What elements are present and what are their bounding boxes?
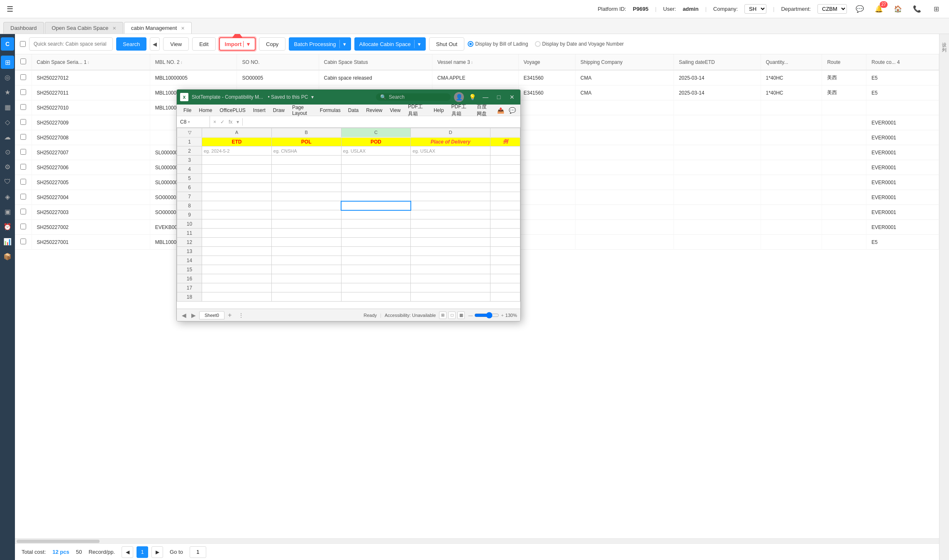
dept-select[interactable]: CZBM [817, 4, 847, 14]
excel-minimize-btn[interactable]: — [481, 92, 490, 102]
excel-cell-C8[interactable] [341, 201, 411, 210]
phone-icon[interactable]: 📞 [911, 3, 923, 15]
row-checkbox-0[interactable] [20, 74, 26, 80]
excel-cell-D17[interactable] [411, 283, 490, 292]
excel-cell-C16[interactable] [341, 274, 411, 283]
display-bill-radio[interactable] [468, 41, 473, 47]
sheet-prev-nav[interactable]: ◀ [180, 312, 188, 319]
excel-menu-officeplus[interactable]: OfficePLUS [216, 106, 249, 114]
excel-cell-C13[interactable] [341, 247, 411, 256]
excel-cell-B12[interactable] [271, 238, 341, 247]
row-checkbox-5[interactable] [20, 149, 26, 155]
excel-view-break[interactable]: ▦ [457, 312, 465, 319]
excel-cell-B16[interactable] [271, 274, 341, 283]
display-date-option[interactable]: Display by Date and Voyage Number [535, 41, 624, 47]
excel-cell-B9[interactable] [271, 210, 341, 219]
tab-open-sea-close[interactable]: ✕ [112, 26, 116, 31]
excel-cell-A15[interactable] [202, 265, 272, 274]
excel-cell-A9[interactable] [202, 210, 272, 219]
excel-cell-A10[interactable] [202, 219, 272, 229]
excel-close-btn[interactable]: ✕ [507, 92, 517, 102]
excel-cell-D4[interactable] [411, 165, 490, 174]
formula-input[interactable] [243, 116, 520, 127]
row-checkbox-9[interactable] [20, 209, 26, 214]
excel-cell-C17[interactable] [341, 283, 411, 292]
excel-menu-insert[interactable]: Insert [250, 106, 269, 114]
excel-cell-C11[interactable] [341, 229, 411, 238]
excel-cell-D10[interactable] [411, 219, 490, 229]
excel-cell-C18[interactable] [341, 292, 411, 302]
copy-button[interactable]: Copy [259, 37, 285, 51]
excel-cell-E7[interactable] [490, 192, 520, 201]
excel-col-E[interactable] [490, 128, 520, 137]
sidebar-icon-cloud[interactable]: ☁ [1, 130, 14, 144]
excel-cell-E13[interactable] [490, 247, 520, 256]
excel-cell-C2[interactable]: eg. USLAX [341, 146, 411, 156]
company-select[interactable]: SH [744, 4, 766, 14]
excel-lightbulb-icon[interactable]: 💡 [467, 92, 477, 102]
excel-col-D[interactable]: D [411, 128, 490, 137]
excel-cell-D13[interactable] [411, 247, 490, 256]
excel-cell-E17[interactable] [490, 283, 520, 292]
excel-cell-C15[interactable] [341, 265, 411, 274]
excel-cell-A17[interactable] [202, 283, 272, 292]
excel-cell-E10[interactable] [490, 219, 520, 229]
excel-menu-help[interactable]: Help [430, 106, 447, 114]
excel-cell-C4[interactable] [341, 165, 411, 174]
excel-cell-D15[interactable] [411, 265, 490, 274]
excel-cell-A7[interactable] [202, 192, 272, 201]
prev-arrow[interactable]: ◀ [150, 37, 160, 51]
excel-cell-D18[interactable] [411, 292, 490, 302]
chat-icon[interactable]: 💬 [854, 3, 866, 15]
row-checkbox-7[interactable] [20, 179, 26, 185]
select-all-checkbox[interactable] [20, 41, 26, 47]
excel-cell-B17[interactable] [271, 283, 341, 292]
excel-cell-D3[interactable] [411, 156, 490, 165]
excel-cell-B14[interactable] [271, 256, 341, 265]
excel-search-input[interactable]: Search [389, 94, 405, 100]
sidebar-icon-shield[interactable]: 🛡 [1, 175, 14, 188]
excel-cell-D12[interactable] [411, 238, 490, 247]
display-bill-option[interactable]: Display by Bill of Lading [468, 41, 528, 47]
excel-menu-data[interactable]: Data [345, 106, 362, 114]
cell-ref-dropdown[interactable]: ▾ [188, 120, 190, 124]
excel-cell-E15[interactable] [490, 265, 520, 274]
sort-mbl-icon[interactable]: ↕ [181, 60, 183, 65]
excel-cell-E12[interactable] [490, 238, 520, 247]
zoom-out-icon[interactable]: — [468, 313, 473, 318]
excel-cell-D14[interactable] [411, 256, 490, 265]
display-date-radio[interactable] [535, 41, 541, 47]
excel-view-page[interactable]: □ [448, 312, 456, 319]
excel-cell-A11[interactable] [202, 229, 272, 238]
view-button[interactable]: View [163, 37, 189, 51]
excel-cell-B6[interactable] [271, 183, 341, 192]
home-icon[interactable]: 🏠 [892, 3, 904, 15]
excel-menu-review[interactable]: Review [363, 106, 385, 114]
excel-cell-E8[interactable] [490, 201, 520, 210]
prev-page-btn[interactable]: ◀ [122, 546, 133, 558]
sidebar-icon-home[interactable]: ⊞ [1, 56, 14, 69]
excel-cell-B1[interactable]: POL [271, 137, 341, 146]
excel-maximize-btn[interactable]: □ [494, 92, 504, 102]
excel-cell-B7[interactable] [271, 192, 341, 201]
row-checkbox-11[interactable] [20, 239, 26, 244]
row-checkbox-6[interactable] [20, 164, 26, 170]
sort-serial-icon[interactable]: ↕ [88, 60, 90, 65]
excel-cell-A1[interactable]: ETD [202, 137, 272, 146]
scroll-thumb[interactable] [17, 540, 100, 543]
sheet-next-nav[interactable]: ▶ [190, 312, 198, 319]
shut-out-button[interactable]: Shut Out [429, 37, 464, 51]
row-checkbox-3[interactable] [20, 119, 26, 125]
excel-cell-D9[interactable] [411, 210, 490, 219]
row-checkbox-4[interactable] [20, 134, 26, 140]
row-checkbox-2[interactable] [20, 104, 26, 110]
excel-cell-D5[interactable] [411, 174, 490, 183]
excel-cell-B15[interactable] [271, 265, 341, 274]
excel-cell-E9[interactable] [490, 210, 520, 219]
excel-cell-E16[interactable] [490, 274, 520, 283]
import-button[interactable]: Import ▾ [219, 37, 256, 51]
excel-cell-E2[interactable] [490, 146, 520, 156]
excel-cell-D11[interactable] [411, 229, 490, 238]
formula-cancel-btn[interactable]: × [212, 118, 218, 126]
excel-view-normal[interactable]: ⊞ [439, 312, 446, 319]
